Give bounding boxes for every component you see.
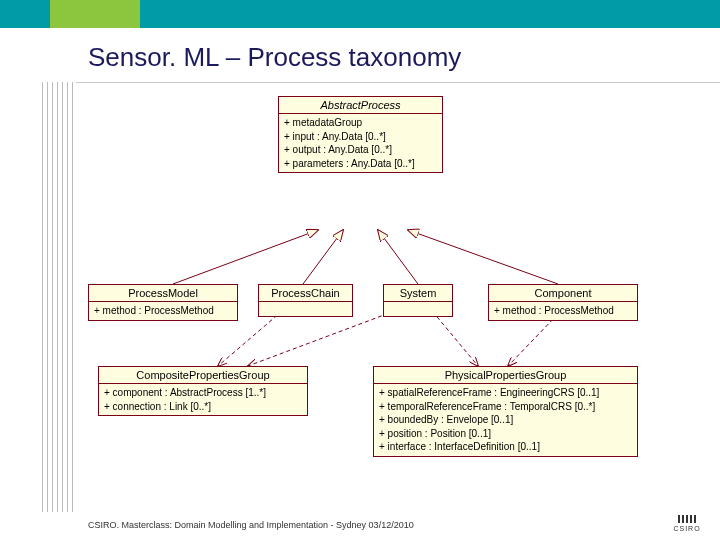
class-name: PhysicalPropertiesGroup	[374, 367, 637, 384]
title-band: Sensor. ML – Process taxonomy	[0, 28, 720, 86]
logo-icon	[678, 515, 696, 523]
csiro-logo: CSIRO	[670, 504, 704, 532]
class-attr: + spatialReferenceFrame : EngineeringCRS…	[379, 386, 632, 400]
class-attr: + component : AbstractProcess [1..*]	[104, 386, 302, 400]
class-attr: + temporalReferenceFrame : TemporalCRS […	[379, 400, 632, 414]
class-component: Component + method : ProcessMethod	[488, 284, 638, 321]
class-attr: + method : ProcessMethod	[494, 304, 632, 318]
class-name: ProcessChain	[259, 285, 352, 302]
class-name: ProcessModel	[89, 285, 237, 302]
class-name: CompositePropertiesGroup	[99, 367, 307, 384]
class-attr: + method : ProcessMethod	[94, 304, 232, 318]
class-attr: + output : Any.Data [0..*]	[284, 143, 437, 157]
page-title: Sensor. ML – Process taxonomy	[88, 42, 461, 73]
class-process-model: ProcessModel + method : ProcessMethod	[88, 284, 238, 321]
class-physical-properties-group: PhysicalPropertiesGroup + spatialReferen…	[373, 366, 638, 457]
svg-line-1	[173, 230, 318, 284]
side-rule	[42, 82, 76, 512]
divider	[76, 82, 720, 83]
footer-text: CSIRO. Masterclass: Domain Modelling and…	[88, 520, 414, 530]
class-process-chain: ProcessChain	[258, 284, 353, 317]
uml-diagram: AbstractFeature + name : string + descri…	[88, 96, 678, 496]
class-attr: + boundedBy : Envelope [0..1]	[379, 413, 632, 427]
class-name: AbstractProcess	[279, 97, 442, 114]
class-attr: + parameters : Any.Data [0..*]	[284, 157, 437, 171]
class-attr: + metadataGroup	[284, 116, 437, 130]
class-name: Component	[489, 285, 637, 302]
logo-text: CSIRO	[673, 525, 700, 532]
class-attr: + interface : InterfaceDefinition [0..1]	[379, 440, 632, 454]
class-composite-properties-group: CompositePropertiesGroup + component : A…	[98, 366, 308, 416]
class-name: System	[384, 285, 452, 302]
class-system: System	[383, 284, 453, 317]
svg-line-3	[378, 230, 418, 284]
class-attr: + input : Any.Data [0..*]	[284, 130, 437, 144]
header-accent	[50, 0, 140, 28]
svg-line-2	[303, 230, 343, 284]
svg-line-4	[408, 230, 558, 284]
class-abstract-process: AbstractProcess + metadataGroup + input …	[278, 96, 443, 173]
class-attr: + position : Position [0..1]	[379, 427, 632, 441]
svg-line-8	[508, 314, 558, 366]
class-attr: + connection : Link [0..*]	[104, 400, 302, 414]
